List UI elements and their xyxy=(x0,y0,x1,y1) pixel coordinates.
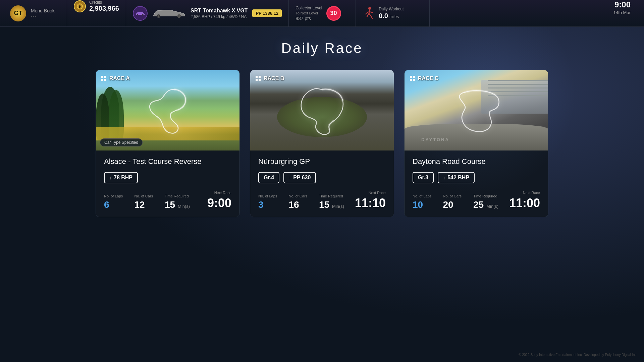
gt-logo: GT xyxy=(10,5,26,21)
menu-book-section: Menu Book --- xyxy=(31,8,55,19)
collector-next: To Next Level xyxy=(296,11,322,15)
credits-label: Credits xyxy=(89,0,119,5)
collector-label: Collector Level xyxy=(296,6,322,10)
restriction-bhp-c: ↓ 542 BHP xyxy=(438,172,475,183)
race-a-image: RACE A Car Type Specified xyxy=(96,70,239,150)
car-info: SRT Tomahawk X VGT 2,586 BHP / 749 kg / … xyxy=(191,8,248,19)
workout-section: Daily Workout 0.0 miles xyxy=(356,0,430,26)
track-name-a: Alsace - Test Course Reverse xyxy=(104,157,231,166)
credits-section: ₿ Credits 2,903,966 xyxy=(67,0,126,26)
time-section: 9:00 14th Mar xyxy=(600,0,637,26)
collector-section: Collector Level To Next Level 837 pts 30 xyxy=(289,0,356,26)
workout-info: Daily Workout 0.0 miles xyxy=(379,7,404,20)
race-b-label: RACE B xyxy=(256,75,284,81)
top-bar: GT Menu Book --- ₿ Credits 2,903,966 xyxy=(0,0,644,27)
race-a-icon xyxy=(101,76,107,81)
svg-point-3 xyxy=(142,14,144,15)
race-a-body: Alsace - Test Course Reverse ↓ 78 BHP No… xyxy=(96,150,239,217)
gt-logo-section: GT Menu Book --- xyxy=(7,0,67,26)
race-c-label: RACE C xyxy=(410,75,438,81)
main-content: Daily Race xyxy=(0,27,644,362)
credits-icon: ₿ xyxy=(74,0,86,12)
race-cards-container: RACE A Car Type Specified Alsace - Test … xyxy=(0,70,644,217)
menu-book-title: Menu Book xyxy=(31,8,55,13)
laps-group-a: No. of Laps 6 xyxy=(104,194,134,210)
time-req-group-a: Time Required 15 Min(s) xyxy=(165,194,195,210)
svg-point-7 xyxy=(178,15,180,17)
copyright: © 2022 Sony Interactive Entertainment In… xyxy=(519,353,637,357)
race-b-body: Nürburgring GP Gr.4 ↓ PP 630 No. of Laps… xyxy=(250,150,394,217)
restrictions-c: Gr.3 ↓ 542 BHP xyxy=(413,172,540,183)
time-req-group-c: Time Required 25 Min(s) xyxy=(473,194,503,210)
restriction-bhp-a: ↓ 78 BHP xyxy=(104,172,138,183)
car-type-badge-a: Car Type Specified xyxy=(100,138,143,146)
collector-level-circle: 30 xyxy=(326,6,341,21)
race-card-b[interactable]: RACE B Nürburgring GP Gr.4 ↓ PP 630 No. xyxy=(250,70,394,217)
race-a-label: RACE A xyxy=(101,75,130,81)
workout-label: Daily Workout xyxy=(379,7,404,11)
page-title: Daily Race xyxy=(281,40,363,56)
race-b-image: RACE B xyxy=(250,70,394,150)
track-name-b: Nürburgring GP xyxy=(258,157,386,166)
menu-book-dots: --- xyxy=(31,14,55,19)
race-c-icon xyxy=(410,76,415,81)
track-outline-b xyxy=(250,70,394,150)
track-outline-c xyxy=(405,70,548,150)
stats-row-c: No. of Laps 10 No. of Cars 20 Time Requi… xyxy=(413,191,540,210)
svg-point-2 xyxy=(137,14,138,15)
date-display: 14th Mar xyxy=(613,10,631,15)
stats-row-b: No. of Laps 3 No. of Cars 16 Time Requir… xyxy=(258,191,386,210)
time-display: 9:00 xyxy=(614,0,631,9)
cars-group-c: No. of Cars 20 xyxy=(443,194,473,210)
car-silhouette xyxy=(152,7,186,20)
restriction-pp-b: ↓ PP 630 xyxy=(283,172,316,183)
svg-text:₿: ₿ xyxy=(79,5,81,8)
cars-group-a: No. of Cars 12 xyxy=(134,194,164,210)
credits-value: 2,903,966 xyxy=(89,5,119,12)
race-b-icon xyxy=(256,76,261,81)
next-race-group-a: Next Race 9:00 xyxy=(195,191,231,210)
time-req-group-b: Time Required 15 Min(s) xyxy=(319,194,349,210)
restriction-gr-c: Gr.3 xyxy=(413,172,434,183)
restriction-gr-b: Gr.4 xyxy=(258,172,279,183)
car-icon xyxy=(133,6,148,21)
next-race-group-c: Next Race 11:00 xyxy=(503,191,540,210)
race-c-body: Daytona Road Course Gr.3 ↓ 542 BHP No. o… xyxy=(405,150,548,217)
stats-row-a: No. of Laps 6 No. of Cars 12 Time Requir… xyxy=(104,191,231,210)
restrictions-b: Gr.4 ↓ PP 630 xyxy=(258,172,386,183)
collector-pts: 837 pts xyxy=(296,16,322,21)
workout-unit: miles xyxy=(389,14,399,19)
cars-group-b: No. of Cars 16 xyxy=(288,194,319,210)
car-section: SRT Tomahawk X VGT 2,586 BHP / 749 kg / … xyxy=(126,0,289,26)
race-card-a[interactable]: RACE A Car Type Specified Alsace - Test … xyxy=(96,70,240,217)
car-name: SRT Tomahawk X VGT xyxy=(191,8,248,14)
next-race-group-b: Next Race 11:10 xyxy=(349,191,386,210)
track-name-c: Daytona Road Course xyxy=(413,157,540,166)
race-c-image: DAYTONA RACE C xyxy=(405,70,548,150)
svg-point-5 xyxy=(158,15,159,17)
pp-badge: PP 1336.12 xyxy=(252,9,282,17)
laps-group-b: No. of Laps 3 xyxy=(258,194,288,210)
car-specs: 2,586 BHP / 749 kg / 4WD / NA xyxy=(191,14,248,19)
workout-value: 0.0 xyxy=(379,12,388,20)
workout-icon xyxy=(363,6,375,21)
laps-group-c: No. of Laps 10 xyxy=(413,194,443,210)
restrictions-a: ↓ 78 BHP xyxy=(104,172,231,183)
race-card-c[interactable]: DAYTONA RACE C Daytona Road Course xyxy=(404,70,548,217)
